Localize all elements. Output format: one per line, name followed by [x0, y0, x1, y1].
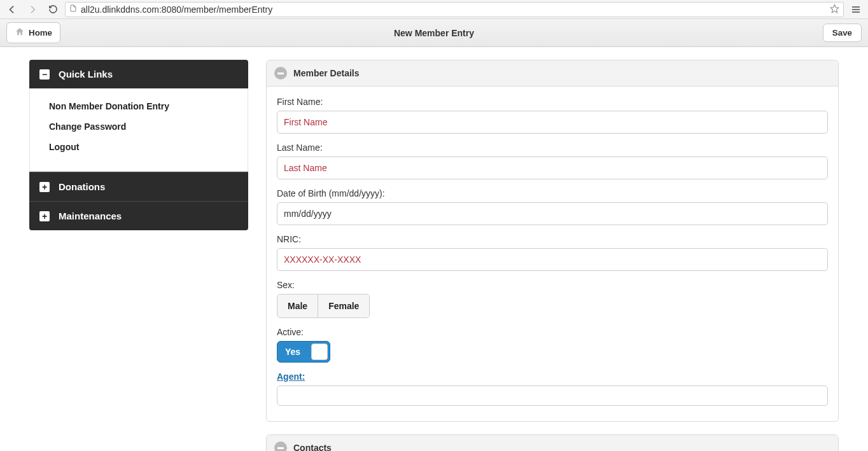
sidebar-section-maintenances[interactable]: + Maintenances — [29, 201, 248, 230]
active-label: Active: — [277, 327, 828, 337]
field-first-name: First Name: — [277, 97, 828, 134]
field-nric: NRIC: — [277, 234, 828, 271]
home-icon — [15, 27, 25, 39]
sidebar-section-label: Quick Links — [59, 69, 113, 80]
dob-label: Date of Birth (mm/dd/yyyy): — [277, 188, 828, 198]
page-title: New Member Entry — [0, 28, 868, 38]
home-button[interactable]: Home — [6, 22, 60, 43]
field-agent: Agent: — [277, 371, 828, 406]
sidebar-section-label: Maintenances — [59, 211, 122, 221]
svg-marker-0 — [830, 4, 839, 13]
page-icon — [69, 4, 77, 15]
agent-search-input[interactable] — [277, 385, 828, 406]
panel-body-member-details: First Name: Last Name: Date of Birth (mm… — [267, 87, 838, 421]
minus-icon: − — [39, 69, 50, 80]
save-button[interactable]: Save — [823, 24, 862, 42]
sidebar: − Quick Links Non Member Donation Entry … — [29, 60, 248, 451]
panel-contacts: Contacts — [266, 434, 839, 451]
panel-header-contacts[interactable]: Contacts — [267, 435, 838, 451]
panel-member-details: Member Details First Name: Last Name: Da… — [266, 60, 839, 422]
browser-toolbar: all2u.dlinkddns.com:8080/member/memberEn… — [0, 0, 868, 19]
sidebar-section-label: Donations — [59, 181, 105, 192]
main-column: Member Details First Name: Last Name: Da… — [266, 60, 839, 451]
field-active: Active: Yes — [277, 327, 828, 363]
page-viewport: Home New Member Entry Save − Quick Links… — [0, 19, 868, 451]
field-dob: Date of Birth (mm/dd/yyyy): — [277, 188, 828, 225]
home-label: Home — [29, 28, 52, 38]
sex-option-female[interactable]: Female — [318, 294, 370, 318]
first-name-label: First Name: — [277, 97, 828, 107]
dob-input[interactable] — [277, 202, 828, 225]
sex-option-male[interactable]: Male — [277, 294, 318, 318]
sidebar-item-logout[interactable]: Logout — [30, 137, 248, 157]
last-name-input[interactable] — [277, 156, 828, 179]
last-name-label: Last Name: — [277, 142, 828, 153]
plus-icon: + — [39, 211, 50, 221]
active-switch[interactable]: Yes — [277, 341, 330, 363]
url-text: all2u.dlinkddns.com:8080/member/memberEn… — [81, 4, 272, 15]
reload-button[interactable] — [45, 2, 61, 17]
collapse-icon — [274, 67, 287, 80]
browser-menu-button[interactable] — [848, 4, 864, 15]
nric-input[interactable] — [277, 248, 828, 271]
panel-header-member-details[interactable]: Member Details — [267, 60, 838, 87]
active-switch-label: Yes — [277, 347, 300, 357]
forward-button[interactable] — [24, 2, 41, 17]
sidebar-item-non-member-donation-entry[interactable]: Non Member Donation Entry — [30, 96, 248, 116]
switch-knob — [311, 343, 328, 360]
sidebar-section-donations[interactable]: + Donations — [29, 172, 248, 201]
agent-search-wrap — [277, 385, 828, 406]
field-sex: Sex: Male Female — [277, 280, 828, 318]
sidebar-quick-links-body: Non Member Donation Entry Change Passwor… — [29, 88, 248, 172]
sex-toggle: Male Female — [277, 294, 370, 318]
plus-icon: + — [39, 182, 50, 192]
bookmark-star-icon[interactable] — [830, 4, 839, 15]
agent-link[interactable]: Agent: — [277, 371, 305, 382]
back-button[interactable] — [4, 2, 20, 17]
field-last-name: Last Name: — [277, 142, 828, 179]
collapse-icon — [274, 441, 287, 451]
app-header: Home New Member Entry Save — [0, 19, 868, 47]
sidebar-section-quick-links[interactable]: − Quick Links — [29, 60, 248, 88]
panel-title: Contacts — [293, 443, 332, 451]
url-bar[interactable]: all2u.dlinkddns.com:8080/member/memberEn… — [65, 2, 844, 17]
nric-label: NRIC: — [277, 234, 828, 244]
first-name-input[interactable] — [277, 111, 828, 134]
sidebar-item-change-password[interactable]: Change Password — [30, 116, 248, 137]
panel-title: Member Details — [293, 68, 359, 78]
content-area: − Quick Links Non Member Donation Entry … — [0, 47, 868, 451]
sex-label: Sex: — [277, 280, 828, 290]
